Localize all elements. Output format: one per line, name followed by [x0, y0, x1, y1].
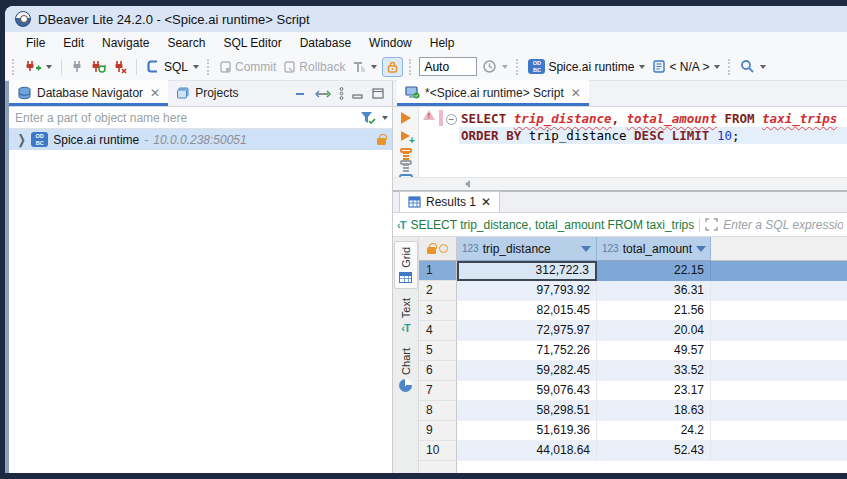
grid-cell-total_amount[interactable]: 22.15 [597, 261, 711, 281]
explain-plan-icon[interactable] [400, 160, 412, 165]
table-row[interactable]: 659,282.4533.52 [419, 361, 847, 381]
row-number-cell[interactable]: 10 [419, 441, 457, 461]
table-row[interactable]: 759,076.4323.17 [419, 381, 847, 401]
connect-button[interactable] [69, 57, 85, 76]
connection-tree-item[interactable]: ❯ ODBC Spice.ai runtime - 10.0.0.238:500… [9, 129, 392, 150]
execute-script-icon[interactable] [400, 148, 412, 153]
tab-projects[interactable]: Projects [168, 80, 246, 106]
sql-code-line[interactable]: ORDER BY trip_distance DESC LIMIT 10; [459, 127, 847, 144]
grid-cell-trip_distance[interactable]: 97,793.92 [457, 281, 597, 301]
menu-search[interactable]: Search [158, 34, 214, 52]
tab-sql-script-close-icon[interactable]: ✕ [571, 86, 581, 100]
fold-collapse-icon[interactable]: − [446, 114, 457, 125]
minimize-view-icon[interactable] [352, 89, 364, 99]
row-number-cell[interactable]: 8 [419, 401, 457, 421]
grid-cell-trip_distance[interactable]: 71,752.26 [457, 341, 597, 361]
grid-cell-total_amount[interactable]: 21.56 [597, 301, 711, 321]
tab-results-close-icon[interactable]: ✕ [481, 195, 491, 209]
grid-cell-trip_distance[interactable]: 51,619.36 [457, 421, 597, 441]
grid-cell-trip_distance[interactable]: 59,282.45 [457, 361, 597, 381]
tab-sql-script[interactable]: *<Spice.ai runtime> Script ✕ [397, 80, 589, 106]
new-connection-caret[interactable] [46, 65, 52, 69]
row-number-cell[interactable]: 4 [419, 321, 457, 341]
active-connection-selector[interactable]: ODBC Spice.ai runtime [526, 57, 647, 76]
grid-cell-trip_distance[interactable]: 59,076.43 [457, 381, 597, 401]
grid-cell-total_amount[interactable]: 24.2 [597, 421, 711, 441]
presentation-tab-grid[interactable]: Grid [394, 241, 418, 289]
reconnect-button[interactable] [88, 57, 108, 76]
search-caret[interactable] [760, 65, 766, 69]
collapse-all-icon[interactable] [295, 89, 307, 99]
table-row[interactable]: 1044,018.6452.43 [419, 441, 847, 461]
expand-chevron-icon[interactable]: ❯ [17, 132, 25, 148]
menu-edit[interactable]: Edit [54, 34, 93, 52]
table-row[interactable]: 951,619.3624.2 [419, 421, 847, 441]
table-row[interactable]: 571,752.2649.57 [419, 341, 847, 361]
sql-code-line[interactable]: SELECT trip_distance, total_amount FROM … [459, 110, 847, 127]
grid-cell-total_amount[interactable]: 20.04 [597, 321, 711, 341]
grid-cell-total_amount[interactable]: 49.57 [597, 341, 711, 361]
editor-text-area[interactable]: − SELECT trip_distance, total_amount FRO… [443, 107, 847, 177]
row-number-cell[interactable]: 7 [419, 381, 457, 401]
grid-cell-trip_distance[interactable]: 58,298.51 [457, 401, 597, 421]
execute-new-tab-icon[interactable] [401, 131, 410, 141]
grid-cell-trip_distance[interactable]: 82,015.45 [457, 301, 597, 321]
column-filter-caret[interactable] [581, 246, 591, 252]
connection-lock-toggle[interactable] [382, 57, 403, 77]
database-caret[interactable] [714, 65, 720, 69]
menu-sql-editor[interactable]: SQL Editor [214, 34, 290, 52]
menu-database[interactable]: Database [291, 34, 360, 52]
table-row[interactable]: 858,298.5118.63 [419, 401, 847, 421]
tab-database-navigator[interactable]: Database Navigator ✕ [9, 80, 168, 106]
active-database-selector[interactable]: < N/A > [650, 57, 722, 76]
table-row[interactable]: 1312,722.322.15 [419, 261, 847, 281]
menu-file[interactable]: File [17, 34, 54, 52]
object-filter-input[interactable] [15, 111, 356, 125]
menu-window[interactable]: Window [360, 34, 421, 52]
row-number-cell[interactable]: 9 [419, 421, 457, 441]
sql-caret[interactable] [193, 65, 199, 69]
grid-cell-trip_distance[interactable]: 312,722.3 [457, 261, 597, 281]
presentation-tab-text[interactable]: Text ‹T [394, 293, 418, 339]
editor-horizontal-scrollbar[interactable] [393, 177, 847, 190]
search-button[interactable] [738, 57, 768, 76]
grid-cell-trip_distance[interactable]: 72,975.97 [457, 321, 597, 341]
column-filter-caret[interactable] [696, 246, 706, 252]
transaction-caret[interactable] [371, 65, 377, 69]
transaction-history-button[interactable] [480, 57, 510, 76]
disconnect-button[interactable] [111, 57, 129, 76]
filter-caret[interactable] [382, 116, 388, 120]
table-row[interactable]: 382,015.4521.56 [419, 301, 847, 321]
new-connection-button[interactable] [22, 57, 54, 76]
column-header-trip-distance[interactable]: 123 trip_distance [457, 237, 597, 261]
grid-cell-total_amount[interactable]: 23.17 [597, 381, 711, 401]
commit-mode-combo[interactable] [419, 57, 477, 76]
sql-editor-button[interactable]: SQL [144, 57, 201, 76]
grid-cell-total_amount[interactable]: 52.43 [597, 441, 711, 461]
filter-funnel-icon[interactable] [360, 111, 376, 125]
table-row[interactable]: 297,793.9236.31 [419, 281, 847, 301]
maximize-view-icon[interactable] [372, 88, 384, 99]
row-number-cell[interactable]: 3 [419, 301, 457, 321]
grid-cell-total_amount[interactable]: 33.52 [597, 361, 711, 381]
link-with-editor-icon[interactable] [315, 89, 331, 99]
menu-help[interactable]: Help [421, 34, 464, 52]
grid-cell-trip_distance[interactable]: 44,018.64 [457, 441, 597, 461]
tab-database-navigator-close-icon[interactable]: ✕ [150, 86, 160, 100]
menu-navigate[interactable]: Navigate [93, 34, 158, 52]
view-menu-icon[interactable] [339, 87, 344, 100]
row-number-cell[interactable]: 1 [419, 261, 457, 281]
scroll-left-arrow-icon[interactable] [465, 180, 470, 188]
row-number-cell[interactable]: 2 [419, 281, 457, 301]
expand-panel-icon[interactable] [705, 218, 718, 231]
transaction-log-button[interactable] [350, 58, 379, 76]
execute-statement-icon[interactable] [401, 112, 411, 124]
grid-corner-cell[interactable] [419, 237, 457, 261]
table-row[interactable]: 472,975.9720.04 [419, 321, 847, 341]
grid-cell-total_amount[interactable]: 18.63 [597, 401, 711, 421]
row-number-cell[interactable]: 6 [419, 361, 457, 381]
row-number-cell[interactable]: 5 [419, 341, 457, 361]
tab-results-1[interactable]: Results 1 ✕ [399, 191, 500, 212]
grid-cell-total_amount[interactable]: 36.31 [597, 281, 711, 301]
connection-caret[interactable] [639, 65, 645, 69]
